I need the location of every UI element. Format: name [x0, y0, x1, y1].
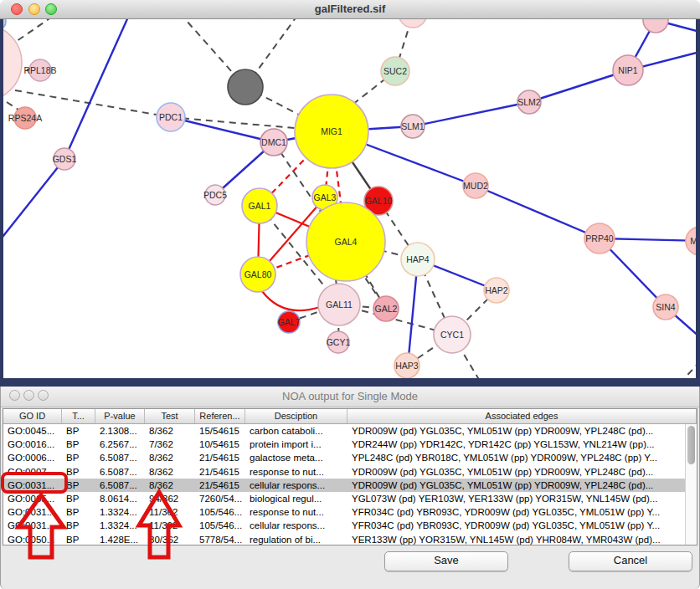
table-cell: 21/54615 — [195, 451, 245, 464]
network-node-HAP3[interactable]: HAP3 — [394, 353, 419, 378]
table-cell: 8/362 — [145, 424, 195, 438]
table-row[interactable]: GO:0031...BP1.3324...11/362105/546...res… — [3, 505, 685, 519]
network-node-GAL80[interactable]: GAL80 — [240, 257, 275, 292]
network-node-GDS1[interactable]: GDS1 — [53, 148, 77, 170]
network-edge-solid-red — [262, 291, 320, 310]
vertical-scrollbar[interactable] — [685, 424, 697, 545]
column-header-t-[interactable]: T... — [62, 409, 95, 423]
node-label: SIN4 — [656, 302, 676, 312]
table-row[interactable]: GO:0050...BP1.428E...80/3625778/54...reg… — [3, 533, 685, 546]
network-node-SUC2[interactable]: SUC2 — [381, 57, 409, 85]
network-node-SIN4[interactable]: SIN4 — [653, 294, 678, 320]
network-node-GCY1[interactable]: GCY1 — [327, 331, 351, 353]
bottom-window-titlebar[interactable]: NOA output for Single Mode — [1, 387, 699, 407]
table-row[interactable]: GO:0007...BP6.5087...8/36221/54615respon… — [3, 465, 685, 479]
node-label: GDS1 — [53, 154, 77, 164]
table-cell: YGL073W (pd) YER103W, YER133W (pp) YOR31… — [347, 492, 685, 505]
top-window-titlebar[interactable]: galFiltered.sif — [0, 0, 700, 19]
table-cell: 10/54615 — [195, 438, 245, 451]
network-frame-bottom — [0, 378, 700, 387]
scrollbar-thumb[interactable] — [687, 426, 695, 464]
save-button[interactable]: Save — [384, 551, 508, 571]
network-node-GAL11[interactable]: GAL11 — [318, 284, 360, 325]
table-row[interactable]: GO:0016...BP6.2567...7/36210/54615protei… — [3, 438, 685, 451]
network-node-SLM1[interactable]: SLM1 — [401, 115, 425, 138]
network-node-RPS24A[interactable]: RPS24A — [8, 107, 42, 129]
node-label: HAP2 — [485, 285, 508, 295]
network-node-unlabeled[interactable] — [643, 18, 668, 33]
column-header-desciption[interactable]: Desciption — [245, 409, 347, 423]
table-row[interactable]: GO:0045...BP2.1308...8/36215/54615carbon… — [3, 424, 685, 438]
network-node-GAL2[interactable]: GAL2 — [373, 296, 399, 321]
table-cell: 6.2567... — [95, 438, 145, 451]
table-body: GO:0045...BP2.1308...8/36215/54615carbon… — [3, 424, 685, 545]
network-node-RPL18B[interactable]: RPL18B — [23, 59, 56, 81]
table-cell: 6.5087... — [95, 479, 145, 492]
column-header-test[interactable]: Test — [145, 409, 195, 423]
network-node-HAP2[interactable]: HAP2 — [484, 278, 509, 303]
table-cell: YER133W (pp) YOR315W, YNL145W (pd) YHR08… — [347, 533, 685, 546]
network-node-unlabeled[interactable] — [228, 69, 263, 105]
network-node-MIG1[interactable]: MIG1 — [295, 95, 368, 168]
top-window-title: galFiltered.sif — [0, 3, 700, 15]
network-node-MUD2[interactable]: MUD2 — [463, 173, 488, 198]
network-edge-solid-blue — [0, 159, 64, 240]
cancel-button[interactable]: Cancel — [569, 551, 692, 571]
table-cell: carbon cataboli... — [245, 424, 347, 438]
table-cell: 8/362 — [145, 465, 195, 479]
node-circle[interactable] — [399, 18, 427, 28]
table-row[interactable]: GO:0031...BP1.3324...11/362105/546...cel… — [3, 519, 685, 532]
node-circle[interactable] — [228, 69, 263, 105]
table-cell: 2.1308... — [95, 424, 145, 438]
node-label: GAL4 — [335, 237, 358, 247]
network-node-CYC1[interactable]: CYC1 — [434, 316, 471, 353]
table-cell: regulation of bi... — [245, 533, 347, 546]
table-cell: 11/362 — [145, 519, 195, 532]
table-cell: 8/362 — [145, 479, 195, 492]
column-header-go-id[interactable]: GO ID — [3, 409, 62, 423]
table-cell: biological regul... — [245, 492, 347, 505]
table-cell: 21/54615 — [195, 479, 245, 492]
table-cell: GO:0050... — [3, 533, 62, 546]
table-cell: BP — [62, 465, 95, 479]
table-row[interactable]: GO:0031...BP6.5087...8/36221/54615cellul… — [3, 479, 685, 492]
column-header-associated-edges[interactable]: Associated edges — [347, 409, 697, 423]
network-frame-left — [0, 18, 3, 387]
network-node-unlabeled[interactable] — [399, 18, 427, 28]
network-canvas[interactable]: RPL18BRPS24AGDS1PDC1DMC1MIG1SUC2SLM1SLM2… — [0, 18, 700, 387]
network-node-PRP40[interactable]: PRP40 — [584, 223, 615, 254]
table-cell: 7/362 — [145, 438, 195, 451]
table-cell: protein import i... — [245, 438, 347, 451]
network-node-HAP4[interactable]: HAP4 — [401, 243, 435, 276]
table-cell: GO:0065... — [3, 492, 62, 505]
table-cell: cellular respons... — [245, 479, 347, 492]
node-label: SLM1 — [401, 121, 425, 131]
network-node-DMC1[interactable]: DMC1 — [260, 129, 287, 156]
network-node-PDC1[interactable]: PDC1 — [157, 103, 185, 131]
table-row[interactable]: GO:0006...BP6.5087...8/36221/54615galact… — [3, 451, 685, 464]
screen: RPL18BRPS24AGDS1PDC1DMC1MIG1SUC2SLM1SLM2… — [0, 0, 700, 589]
network-node-SLM2[interactable]: SLM2 — [517, 90, 541, 114]
node-label: HAP4 — [406, 254, 430, 264]
node-label: RPS24A — [8, 113, 42, 123]
table-cell: GO:0045... — [3, 424, 62, 438]
table-row[interactable]: GO:0065...BP8.0614...94/3627260/54...bio… — [3, 492, 685, 505]
table-cell: YDR009W (pd) YGL035C, YML051W (pp) YDR00… — [347, 465, 685, 479]
node-label: GAL3 — [314, 192, 337, 202]
network-node-GAL7[interactable]: GAL7 — [278, 311, 301, 333]
bottom-window-title: NOA output for Single Mode — [1, 390, 699, 402]
network-node-NIP1[interactable]: NIP1 — [613, 55, 643, 85]
table-cell: BP — [62, 533, 95, 546]
network-node-GAL4[interactable]: GAL4 — [306, 202, 385, 281]
table-cell: 15/54615 — [195, 424, 245, 438]
node-label: MUD2 — [463, 181, 488, 191]
column-header-referen-[interactable]: Referen... — [195, 409, 245, 423]
table-cell: 5778/54... — [195, 533, 245, 546]
network-node-GAL1[interactable]: GAL1 — [242, 188, 277, 223]
network-frame-right — [696, 18, 700, 387]
table-cell: galactose meta... — [245, 451, 347, 464]
column-header-p-value[interactable]: P-value — [95, 409, 145, 423]
node-circle[interactable] — [643, 18, 668, 33]
table-cell: BP — [62, 424, 95, 438]
node-label: RPL18B — [23, 65, 56, 75]
